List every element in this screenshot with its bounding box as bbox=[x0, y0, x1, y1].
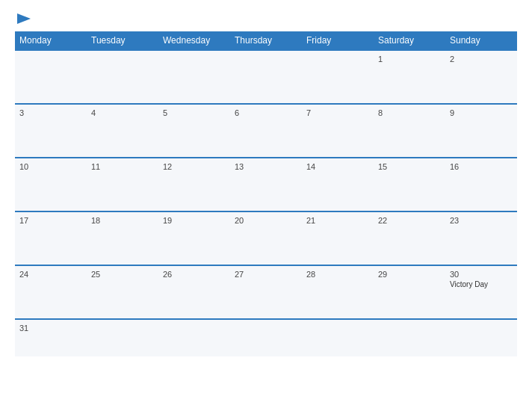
calendar-cell: 27 bbox=[230, 265, 302, 319]
logo-flag-icon bbox=[17, 13, 31, 24]
col-header-monday: Monday bbox=[15, 31, 87, 50]
calendar-cell: 18 bbox=[87, 211, 158, 265]
calendar-cell: 29 bbox=[374, 265, 445, 319]
day-number: 3 bbox=[19, 108, 82, 117]
calendar-cell: 12 bbox=[158, 158, 230, 211]
svg-marker-0 bbox=[17, 13, 31, 24]
col-header-thursday: Thursday bbox=[230, 31, 302, 50]
calendar-cell bbox=[445, 319, 517, 356]
day-number: 11 bbox=[91, 162, 154, 171]
calendar-cell: 22 bbox=[374, 211, 445, 265]
day-number: 19 bbox=[163, 216, 226, 225]
day-number: 18 bbox=[91, 216, 154, 225]
calendar-cell: 15 bbox=[374, 158, 445, 211]
day-number: 24 bbox=[19, 270, 82, 279]
day-number: 12 bbox=[163, 162, 226, 171]
day-number: 21 bbox=[306, 216, 369, 225]
holiday-label: Victory Day bbox=[450, 280, 513, 288]
day-number: 27 bbox=[235, 270, 297, 279]
calendar-cell: 11 bbox=[87, 158, 158, 211]
day-number: 2 bbox=[450, 55, 513, 64]
calendar-cell: 6 bbox=[230, 104, 302, 158]
day-number: 31 bbox=[19, 324, 82, 333]
calendar-cell: 1 bbox=[374, 50, 445, 104]
day-number: 23 bbox=[450, 216, 513, 225]
calendar-week-row: 31 bbox=[15, 319, 517, 356]
calendar-cell: 28 bbox=[302, 265, 374, 319]
col-header-sunday: Sunday bbox=[445, 31, 517, 50]
day-number: 20 bbox=[235, 216, 297, 225]
day-number: 25 bbox=[91, 270, 154, 279]
calendar-cell: 3 bbox=[15, 104, 87, 158]
day-number: 17 bbox=[19, 216, 82, 225]
calendar-page: MondayTuesdayWednesdayThursdayFridaySatu… bbox=[0, 0, 532, 411]
calendar-cell bbox=[230, 319, 302, 356]
col-header-tuesday: Tuesday bbox=[87, 31, 158, 50]
logo-blue-text bbox=[15, 13, 31, 24]
calendar-cell: 30Victory Day bbox=[445, 265, 517, 319]
day-number: 6 bbox=[235, 108, 297, 117]
calendar-cell: 2 bbox=[445, 50, 517, 104]
calendar-cell: 14 bbox=[302, 158, 374, 211]
calendar-cell: 20 bbox=[230, 211, 302, 265]
calendar-cell: 17 bbox=[15, 211, 87, 265]
day-number: 9 bbox=[450, 108, 513, 117]
calendar-cell bbox=[230, 50, 302, 104]
calendar-cell: 10 bbox=[15, 158, 87, 211]
calendar-header bbox=[15, 13, 517, 24]
calendar-cell bbox=[158, 319, 230, 356]
calendar-cell: 5 bbox=[158, 104, 230, 158]
calendar-week-row: 17181920212223 bbox=[15, 211, 517, 265]
calendar-cell: 9 bbox=[445, 104, 517, 158]
logo bbox=[15, 13, 31, 24]
calendar-cell bbox=[374, 319, 445, 356]
calendar-table: MondayTuesdayWednesdayThursdayFridaySatu… bbox=[15, 31, 517, 356]
day-number: 22 bbox=[378, 216, 441, 225]
day-number: 30 bbox=[450, 270, 513, 279]
calendar-cell bbox=[158, 50, 230, 104]
day-number: 1 bbox=[378, 55, 441, 64]
day-number: 28 bbox=[306, 270, 369, 279]
calendar-cell: 19 bbox=[158, 211, 230, 265]
calendar-cell: 25 bbox=[87, 265, 158, 319]
calendar-cell: 16 bbox=[445, 158, 517, 211]
day-number: 16 bbox=[450, 162, 513, 171]
calendar-cell: 13 bbox=[230, 158, 302, 211]
calendar-cell: 24 bbox=[15, 265, 87, 319]
col-header-saturday: Saturday bbox=[374, 31, 445, 50]
calendar-cell: 7 bbox=[302, 104, 374, 158]
calendar-week-row: 3456789 bbox=[15, 104, 517, 158]
calendar-cell: 21 bbox=[302, 211, 374, 265]
calendar-cell bbox=[15, 50, 87, 104]
calendar-cell bbox=[87, 319, 158, 356]
calendar-week-row: 10111213141516 bbox=[15, 158, 517, 211]
day-number: 15 bbox=[378, 162, 441, 171]
day-number: 29 bbox=[378, 270, 441, 279]
day-number: 26 bbox=[163, 270, 226, 279]
day-number: 7 bbox=[306, 108, 369, 117]
day-number: 5 bbox=[163, 108, 226, 117]
calendar-cell: 26 bbox=[158, 265, 230, 319]
calendar-week-row: 24252627282930Victory Day bbox=[15, 265, 517, 319]
calendar-cell: 8 bbox=[374, 104, 445, 158]
col-header-friday: Friday bbox=[302, 31, 374, 50]
calendar-week-row: 12 bbox=[15, 50, 517, 104]
day-number: 13 bbox=[235, 162, 297, 171]
day-number: 4 bbox=[91, 108, 154, 117]
calendar-cell: 31 bbox=[15, 319, 87, 356]
calendar-cell: 4 bbox=[87, 104, 158, 158]
day-number: 8 bbox=[378, 108, 441, 117]
calendar-cell bbox=[87, 50, 158, 104]
calendar-header-row: MondayTuesdayWednesdayThursdayFridaySatu… bbox=[15, 31, 517, 50]
day-number: 10 bbox=[19, 162, 82, 171]
col-header-wednesday: Wednesday bbox=[158, 31, 230, 50]
calendar-cell bbox=[302, 50, 374, 104]
calendar-cell bbox=[302, 319, 374, 356]
calendar-cell: 23 bbox=[445, 211, 517, 265]
day-number: 14 bbox=[306, 162, 369, 171]
